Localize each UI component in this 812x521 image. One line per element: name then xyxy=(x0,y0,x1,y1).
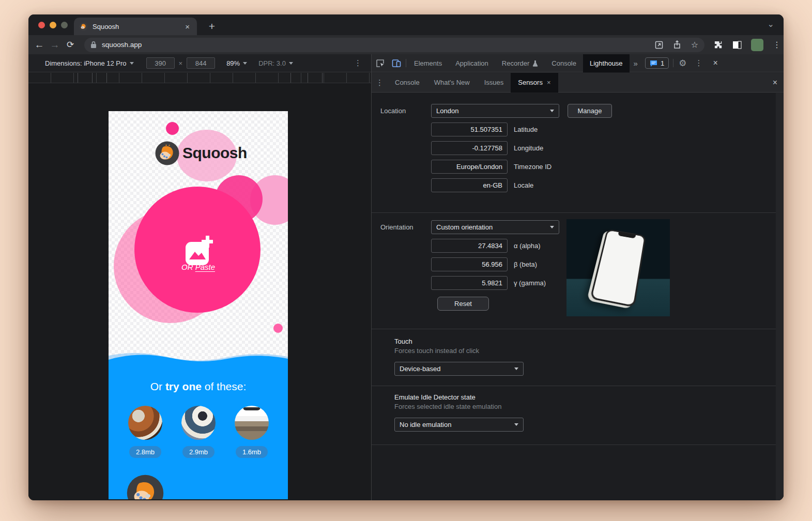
drawer-tab-issues[interactable]: Issues xyxy=(477,73,511,93)
dpr-select[interactable]: DPR: 3.0 xyxy=(258,59,286,67)
longitude-label: Longitude xyxy=(514,144,543,152)
device-toolbar-toggle-icon[interactable] xyxy=(388,54,405,72)
dimensions-times-label: × xyxy=(179,59,183,67)
bookmark-star-icon[interactable]: ☆ xyxy=(691,40,698,50)
tab-lighthouse[interactable]: Lighthouse xyxy=(583,54,630,72)
extensions-puzzle-icon[interactable] xyxy=(714,40,723,50)
device-toolbar-menu-icon[interactable]: ⋮ xyxy=(354,58,362,68)
close-window-button[interactable] xyxy=(38,22,45,28)
phone-3d-model xyxy=(590,229,646,308)
browser-window: Squoosh × + ⌄ ← → ⟳ squoosh.app ☆ xyxy=(28,14,784,500)
dropdown-caret-icon xyxy=(550,226,554,228)
try-suffix: of these: xyxy=(202,380,246,392)
orientation-preset-value: Custom orientation xyxy=(436,223,493,231)
touch-description: Forces touch instead of click xyxy=(394,347,784,355)
latitude-input[interactable] xyxy=(431,122,508,136)
zoom-select[interactable]: 89% xyxy=(226,59,240,67)
orientation-preset-select[interactable]: Custom orientation xyxy=(431,220,559,234)
more-tabs-icon[interactable]: » xyxy=(630,59,642,68)
locale-label: Locale xyxy=(514,181,533,189)
share-icon[interactable] xyxy=(673,40,681,49)
toolbar-actions: ⋮ xyxy=(714,39,781,51)
device-select[interactable]: Dimensions: iPhone 12 Pro xyxy=(45,59,127,67)
samples-section: Or try one of these: 2.8mb 2.9mb 1.6mb xyxy=(109,350,288,499)
locale-input[interactable] xyxy=(431,178,508,192)
reload-button[interactable]: ⟳ xyxy=(63,39,78,50)
sensors-tab-close-icon[interactable]: × xyxy=(547,79,551,86)
drawer-tab-sensors[interactable]: Sensors× xyxy=(511,73,558,93)
back-button[interactable]: ← xyxy=(32,39,47,51)
idle-title: Emulate Idle Detector state xyxy=(394,393,784,401)
open-in-new-icon[interactable] xyxy=(655,41,663,49)
beta-input[interactable] xyxy=(431,257,508,271)
drawer-close-icon[interactable]: × xyxy=(767,78,784,87)
tab-list-chevron-icon[interactable]: ⌄ xyxy=(768,19,774,29)
drawer-tab-console[interactable]: Console xyxy=(388,73,427,93)
drawer-tab-whats-new[interactable]: What's New xyxy=(427,73,477,93)
paste-link[interactable]: Paste xyxy=(195,263,215,271)
phone-notch xyxy=(618,232,636,238)
manage-locations-button[interactable]: Manage xyxy=(568,104,612,118)
touch-section: Touch Forces touch instead of click Devi… xyxy=(372,329,784,386)
inspect-element-icon[interactable] xyxy=(372,54,388,72)
issues-count: 1 xyxy=(661,59,664,67)
touch-select-value: Device-based xyxy=(400,365,441,373)
gamma-label: γ (gamma) xyxy=(514,279,546,287)
touch-select[interactable]: Device-based xyxy=(394,362,524,376)
pink-dot-decoration xyxy=(166,122,179,135)
tab-elements[interactable]: Elements xyxy=(407,54,449,72)
sample-size-badge: 1.6mb xyxy=(236,446,268,458)
orientation-label: Orientation xyxy=(380,223,431,231)
zoom-window-button[interactable] xyxy=(61,22,68,28)
tab-console[interactable]: Console xyxy=(545,54,583,72)
longitude-input[interactable] xyxy=(431,141,508,155)
pink-dot-decoration xyxy=(273,324,283,333)
browser-tab-squoosh[interactable]: Squoosh × xyxy=(74,18,197,35)
try-one-heading: Or try one of these: xyxy=(109,380,288,393)
tab-recorder-label: Recorder xyxy=(502,59,529,67)
alpha-input[interactable] xyxy=(431,239,508,253)
location-section: Location London Manage Latitude Longitud… xyxy=(372,93,784,213)
orientation-section: Orientation Custom orientation α (alpha)… xyxy=(372,213,784,329)
squoosh-favicon-icon xyxy=(79,22,88,31)
sample-image-phone-screenshot[interactable] xyxy=(235,406,269,440)
issues-counter[interactable]: 1 xyxy=(645,57,669,69)
idle-select-value: No idle emulation xyxy=(400,421,451,428)
idle-detector-section: Emulate Idle Detector state Forces selec… xyxy=(372,386,784,445)
device-viewport-squoosh-app: Squoosh OR Paste Or try one of these: xyxy=(109,111,288,499)
dpr-caret-icon xyxy=(289,62,293,65)
settings-gear-icon[interactable]: ⚙ xyxy=(675,58,691,69)
add-image-icon[interactable] xyxy=(185,235,213,266)
dropdown-caret-icon xyxy=(514,367,518,370)
squoosh-logo-footer xyxy=(127,474,164,499)
drawer-menu-icon[interactable]: ⋮ xyxy=(372,78,388,87)
gamma-input[interactable] xyxy=(431,276,508,290)
tab-close-icon[interactable]: × xyxy=(183,22,192,31)
alpha-label: α (alpha) xyxy=(514,242,541,250)
devtools-menu-icon[interactable]: ⋮ xyxy=(691,58,707,68)
drawer-tab-sensors-label: Sensors xyxy=(518,79,543,86)
address-bar[interactable]: squoosh.app ☆ xyxy=(84,38,704,52)
forward-button[interactable]: → xyxy=(47,39,63,51)
reset-orientation-button[interactable]: Reset xyxy=(437,297,489,311)
dropdown-caret-icon xyxy=(550,110,554,112)
side-panel-icon[interactable] xyxy=(732,41,742,49)
minimize-window-button[interactable] xyxy=(50,22,56,28)
sample-image-red-panda[interactable] xyxy=(128,406,162,440)
idle-select[interactable]: No idle emulation xyxy=(394,418,524,432)
timezone-input[interactable] xyxy=(431,160,508,174)
new-tab-button[interactable]: + xyxy=(204,19,220,34)
orientation-phone-preview[interactable] xyxy=(566,219,670,316)
profile-avatar[interactable] xyxy=(751,39,763,51)
browser-menu-icon[interactable]: ⋮ xyxy=(773,40,781,50)
viewport-height-input[interactable] xyxy=(187,57,215,69)
devtools-close-icon[interactable]: × xyxy=(707,58,724,68)
tab-application[interactable]: Application xyxy=(449,54,495,72)
location-preset-select[interactable]: London xyxy=(431,104,559,118)
tab-recorder[interactable]: Recorder xyxy=(495,54,545,72)
viewport-width-input[interactable] xyxy=(146,57,175,69)
devtools-main-toolbar: Elements Application Recorder Console Li… xyxy=(372,54,784,72)
ruler xyxy=(28,73,371,83)
sample-image-artwork[interactable] xyxy=(181,406,216,440)
device-select-caret-icon xyxy=(130,62,134,65)
